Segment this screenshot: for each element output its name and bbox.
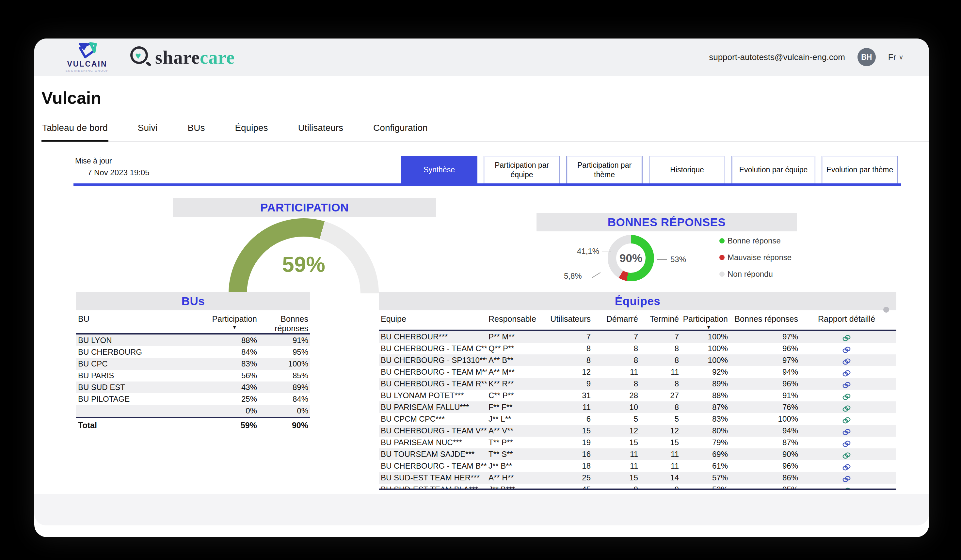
column-header-equipe[interactable]: Equipe [379,314,487,324]
report-subtab[interactable]: Historique [649,156,725,184]
vulcain-subtitle: ENGINEERING GROUP [66,69,109,72]
vulcain-logo: VULCAIN ENGINEERING GROUP [61,42,113,72]
report-link-icon[interactable] [842,440,851,448]
report-link-icon[interactable] [842,464,851,471]
participation-banner: PARTICIPATION [173,198,436,217]
table-row: BU PARISEAM FALLU*** F** F** 11 10 8 87%… [379,401,896,413]
footer-strip [34,494,929,525]
equipes-table-header: Equipe Responsable Utilisateurs Démarré … [379,310,896,331]
callout-line [657,259,667,260]
chevron-down-icon: ∨ [898,53,903,61]
callout-line [602,252,611,252]
vulcain-wordmark: VULCAIN [67,60,107,69]
report-subtab[interactable]: Evolution par équipe [731,156,815,184]
report-link-icon[interactable] [842,370,851,377]
column-header-participation[interactable]: Participation ▼ [681,314,730,330]
report-link-icon[interactable] [842,428,851,436]
report-link-icon[interactable] [842,346,851,353]
nav-tab[interactable]: Utilisateurs [297,123,344,141]
bonnes-reponses-title: BONNES RÉPONSES [608,216,726,229]
equipes-table: Equipe Responsable Utilisateurs Démarré … [379,310,896,503]
report-subtab[interactable]: Participation par équipe [484,156,560,184]
report-link-icon[interactable] [842,393,851,400]
page-title: Vulcain [42,88,929,108]
table-row: BU SUD-EST TEAM HER*** A** H** 25 15 14 … [379,472,896,484]
legend-dot [719,255,725,260]
bus-table-rows: BU LYON 88% 91% BU CHERBOURG 84% 95% BU … [76,334,310,417]
table-row: BU CPCM CPC*** J** L** 6 5 5 83% 100% [379,413,896,425]
participation-title: PARTICIPATION [260,201,349,214]
legend-item: Mauvaise réponse [719,253,792,262]
header-right: support-autotests@vulcain-eng.com BH Fr … [709,48,903,66]
brand-area: VULCAIN ENGINEERING GROUP ♥ sharecare [61,42,235,72]
report-link-icon[interactable] [842,487,851,489]
subtab-underline-bar [74,183,901,186]
donut-hole: 90% [616,244,646,273]
dashboard: Mise à jour 7 Nov 2023 19:05 Synthèse Pa… [34,142,929,525]
table-row: BU SUD EST 43% 89% [76,382,310,393]
update-info: Mise à jour 7 Nov 2023 19:05 [75,157,149,177]
report-link-icon[interactable] [842,334,851,342]
report-link-icon[interactable] [842,358,851,365]
column-header-utilisateurs[interactable]: Utilisateurs [542,314,593,324]
app-window: VULCAIN ENGINEERING GROUP ♥ sharecare su… [34,39,929,537]
column-header-rapport-detaille[interactable]: Rapport détaillé [800,314,893,324]
callout-line [592,272,601,278]
sharecare-logo: ♥ sharecare [130,47,235,68]
table-row: BU CHERBOURG - TEAM M*** A** M** 12 11 1… [379,366,896,378]
table-row: BU LYON 88% 91% [76,334,310,346]
donut-label-non-repondu: 41,1% [557,247,599,256]
bonnes-reponses-banner: BONNES RÉPONSES [537,213,797,231]
avatar[interactable]: BH [858,48,876,66]
bus-title: BUs [182,295,205,308]
update-timestamp: 7 Nov 2023 19:05 [87,168,149,177]
equipes-banner: Équipes [379,292,896,310]
nav-tabs: Tableau de bord Suivi BUs Équipes Utilis… [42,123,929,142]
table-row: BU CHERBOURG 84% 95% [76,346,310,358]
table-row: BU PARISEAM NUC*** T** P** 19 15 15 79% … [379,436,896,448]
nav-tab[interactable]: Suivi [137,123,158,141]
report-link-icon[interactable] [842,475,851,483]
column-header-bonnes-reponses[interactable]: Bonnes réponses [730,314,800,324]
report-link-icon[interactable] [842,417,851,424]
bus-table: BU Participation ▼ Bonnes réponses BU LY… [76,310,310,431]
bus-table-header: BU Participation ▼ Bonnes réponses [76,310,310,334]
nav-tab[interactable]: Équipes [234,123,268,141]
nav-tab[interactable]: Tableau de bord [42,123,108,142]
donut-center-value: 90% [619,252,642,265]
bonnes-reponses-donut: 90% [608,235,654,281]
equipes-title: Équipes [615,295,660,308]
column-header-bu[interactable]: BU [76,314,207,324]
donut-legend: Bonne réponse Mauvaise réponse Non répon… [719,236,792,279]
donut-label-mauvaise-reponse: 5,8% [564,271,582,281]
column-header-termine[interactable]: Terminé [640,314,681,324]
table-row: BU CHERBOURG - SP1310*** A** B** 8 8 8 1… [379,355,896,366]
column-header-participation[interactable]: Participation ▼ [207,314,259,330]
report-subtab[interactable]: Evolution par thème [821,156,898,184]
sharecare-heart-magnifier-icon: ♥ [130,47,152,68]
sharecare-wordmark: sharecare [155,47,235,68]
report-link-icon[interactable] [842,405,851,412]
report-subtab[interactable]: Participation par thème [566,156,643,184]
update-label: Mise à jour [75,157,149,165]
nav-tab[interactable]: BUs [187,123,206,141]
report-subtab[interactable]: Synthèse [401,156,477,184]
column-header-demarre[interactable]: Démarré [593,314,640,324]
user-email: support-autotests@vulcain-eng.com [709,52,845,63]
legend-item: Non répondu [719,270,792,279]
scrollbar-thumb[interactable] [883,307,889,313]
donut-label-bonne-reponse: 53% [670,255,686,264]
column-header-bonnes-reponses[interactable]: Bonnes réponses [259,314,310,333]
language-dropdown[interactable]: Fr ∨ [888,52,903,63]
table-row: BU PARIS 56% 85% [76,370,310,382]
bus-total-row: Total 59% 90% [76,417,310,431]
nav-tab[interactable]: Configuration [373,123,428,141]
report-link-icon[interactable] [842,382,851,389]
table-row: BU SUD-EST TEAM BLA*** J** B*** 45 9 9 5… [379,484,896,489]
report-subtabs: Synthèse Participation par équipe Partic… [401,156,898,184]
report-link-icon[interactable] [842,452,851,459]
sort-desc-icon: ▼ [706,325,711,330]
column-header-responsable[interactable]: Responsable [487,314,542,324]
table-row: BU CHERBOURG - TEAM V*** A** V** 15 12 1… [379,425,896,436]
table-row: BU CHERBOUR*** P** M** 7 7 7 100% 97% [379,331,896,343]
